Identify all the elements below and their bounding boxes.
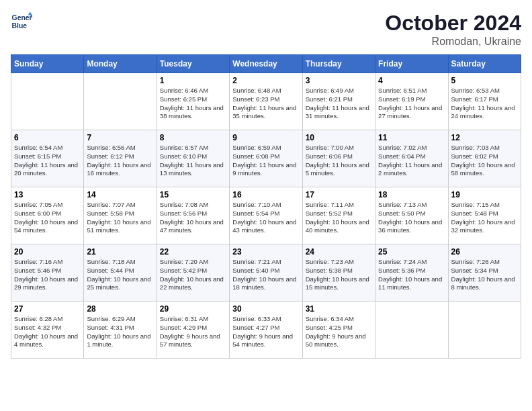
calendar-cell: 6Sunrise: 6:54 AMSunset: 6:15 PMDaylight…: [11, 130, 84, 187]
day-number: 10: [306, 133, 372, 142]
calendar-cell: 1Sunrise: 6:46 AMSunset: 6:25 PMDaylight…: [157, 73, 229, 130]
day-sun-info: Sunrise: 7:26 AMSunset: 5:34 PMDaylight:…: [451, 258, 518, 292]
day-number: 27: [14, 304, 81, 314]
day-number: 5: [451, 76, 518, 85]
logo: General Blue: [11, 11, 32, 32]
calendar-cell: 11Sunrise: 7:02 AMSunset: 6:04 PMDayligh…: [375, 130, 448, 187]
page-header: General Blue October 2024 Romodan, Ukrai…: [11, 11, 521, 48]
calendar-cell: 19Sunrise: 7:15 AMSunset: 5:48 PMDayligh…: [448, 187, 521, 244]
day-sun-info: Sunrise: 6:59 AMSunset: 6:08 PMDaylight:…: [232, 144, 299, 178]
day-sun-info: Sunrise: 6:33 AMSunset: 4:27 PMDaylight:…: [232, 315, 299, 349]
month-title: October 2024 Romodan, Ukraine: [385, 11, 521, 48]
calendar-cell: 3Sunrise: 6:49 AMSunset: 6:21 PMDaylight…: [302, 73, 375, 130]
day-number: 1: [160, 76, 226, 85]
svg-text:Blue: Blue: [12, 22, 28, 30]
calendar-cell: 23Sunrise: 7:21 AMSunset: 5:40 PMDayligh…: [230, 244, 302, 302]
day-of-week-header: Monday: [84, 55, 157, 73]
day-of-week-header: Sunday: [11, 55, 84, 73]
day-sun-info: Sunrise: 6:46 AMSunset: 6:25 PMDaylight:…: [160, 87, 226, 121]
day-sun-info: Sunrise: 7:08 AMSunset: 5:56 PMDaylight:…: [160, 201, 226, 235]
day-number: 11: [378, 133, 445, 142]
day-sun-info: Sunrise: 7:10 AMSunset: 5:54 PMDaylight:…: [232, 201, 299, 235]
day-of-week-header: Wednesday: [230, 55, 302, 73]
day-sun-info: Sunrise: 7:00 AMSunset: 6:06 PMDaylight:…: [306, 144, 372, 178]
day-sun-info: Sunrise: 7:07 AMSunset: 5:58 PMDaylight:…: [87, 201, 153, 235]
calendar-cell: 24Sunrise: 7:23 AMSunset: 5:38 PMDayligh…: [302, 244, 375, 302]
day-sun-info: Sunrise: 7:23 AMSunset: 5:38 PMDaylight:…: [306, 258, 372, 292]
day-sun-info: Sunrise: 7:20 AMSunset: 5:42 PMDaylight:…: [160, 258, 226, 292]
calendar-cell: 8Sunrise: 6:57 AMSunset: 6:10 PMDaylight…: [157, 130, 229, 187]
calendar-cell: 10Sunrise: 7:00 AMSunset: 6:06 PMDayligh…: [302, 130, 375, 187]
day-number: 8: [160, 133, 226, 142]
calendar-week-row: 13Sunrise: 7:05 AMSunset: 6:00 PMDayligh…: [11, 187, 521, 244]
calendar-table: SundayMondayTuesdayWednesdayThursdayFrid…: [11, 54, 521, 359]
location: Romodan, Ukraine: [385, 36, 521, 48]
day-number: 13: [14, 190, 81, 199]
calendar-cell: 21Sunrise: 7:18 AMSunset: 5:44 PMDayligh…: [84, 244, 157, 302]
day-number: 28: [87, 304, 153, 314]
calendar-cell: 22Sunrise: 7:20 AMSunset: 5:42 PMDayligh…: [157, 244, 229, 302]
calendar-cell: 7Sunrise: 6:56 AMSunset: 6:12 PMDaylight…: [84, 130, 157, 187]
calendar-cell: [11, 73, 84, 130]
calendar-cell: 16Sunrise: 7:10 AMSunset: 5:54 PMDayligh…: [230, 187, 302, 244]
day-number: 30: [232, 304, 299, 314]
calendar-cell: 29Sunrise: 6:31 AMSunset: 4:29 PMDayligh…: [157, 302, 229, 359]
calendar-cell: 12Sunrise: 7:03 AMSunset: 6:02 PMDayligh…: [448, 130, 521, 187]
calendar-cell: 20Sunrise: 7:16 AMSunset: 5:46 PMDayligh…: [11, 244, 84, 302]
calendar-cell: 2Sunrise: 6:48 AMSunset: 6:23 PMDaylight…: [230, 73, 302, 130]
calendar-cell: 9Sunrise: 6:59 AMSunset: 6:08 PMDaylight…: [230, 130, 302, 187]
day-number: 9: [232, 133, 299, 142]
day-sun-info: Sunrise: 7:24 AMSunset: 5:36 PMDaylight:…: [378, 258, 445, 292]
day-sun-info: Sunrise: 6:51 AMSunset: 6:19 PMDaylight:…: [378, 87, 445, 121]
day-number: 22: [160, 247, 226, 257]
day-of-week-header: Thursday: [302, 55, 375, 73]
day-number: 12: [451, 133, 518, 142]
calendar-header: SundayMondayTuesdayWednesdayThursdayFrid…: [11, 55, 521, 73]
calendar-cell: 14Sunrise: 7:07 AMSunset: 5:58 PMDayligh…: [84, 187, 157, 244]
day-sun-info: Sunrise: 7:02 AMSunset: 6:04 PMDaylight:…: [378, 144, 445, 178]
svg-marker-2: [28, 12, 32, 15]
day-number: 25: [378, 247, 445, 257]
calendar-cell: 27Sunrise: 6:28 AMSunset: 4:32 PMDayligh…: [11, 302, 84, 359]
day-sun-info: Sunrise: 7:11 AMSunset: 5:52 PMDaylight:…: [306, 201, 372, 235]
day-number: 3: [306, 76, 372, 85]
day-number: 29: [160, 304, 226, 314]
svg-text:General: General: [12, 14, 32, 21]
calendar-week-row: 27Sunrise: 6:28 AMSunset: 4:32 PMDayligh…: [11, 302, 521, 359]
calendar-cell: 4Sunrise: 6:51 AMSunset: 6:19 PMDaylight…: [375, 73, 448, 130]
day-sun-info: Sunrise: 6:28 AMSunset: 4:32 PMDaylight:…: [14, 315, 81, 349]
day-sun-info: Sunrise: 7:13 AMSunset: 5:50 PMDaylight:…: [378, 201, 445, 235]
day-sun-info: Sunrise: 6:31 AMSunset: 4:29 PMDaylight:…: [160, 315, 226, 349]
day-sun-info: Sunrise: 6:57 AMSunset: 6:10 PMDaylight:…: [160, 144, 226, 178]
calendar-cell: 30Sunrise: 6:33 AMSunset: 4:27 PMDayligh…: [230, 302, 302, 359]
day-number: 16: [232, 190, 299, 199]
day-number: 4: [378, 76, 445, 85]
calendar-week-row: 1Sunrise: 6:46 AMSunset: 6:25 PMDaylight…: [11, 73, 521, 130]
day-sun-info: Sunrise: 7:15 AMSunset: 5:48 PMDaylight:…: [451, 201, 518, 235]
day-sun-info: Sunrise: 6:48 AMSunset: 6:23 PMDaylight:…: [232, 87, 299, 121]
calendar-cell: 26Sunrise: 7:26 AMSunset: 5:34 PMDayligh…: [448, 244, 521, 302]
day-number: 7: [87, 133, 153, 142]
calendar-cell: 25Sunrise: 7:24 AMSunset: 5:36 PMDayligh…: [375, 244, 448, 302]
day-number: 2: [232, 76, 299, 85]
day-of-week-header: Tuesday: [157, 55, 229, 73]
calendar-cell: 15Sunrise: 7:08 AMSunset: 5:56 PMDayligh…: [157, 187, 229, 244]
day-sun-info: Sunrise: 6:49 AMSunset: 6:21 PMDaylight:…: [306, 87, 372, 121]
day-sun-info: Sunrise: 6:53 AMSunset: 6:17 PMDaylight:…: [451, 87, 518, 121]
day-sun-info: Sunrise: 6:29 AMSunset: 4:31 PMDaylight:…: [87, 315, 153, 349]
day-sun-info: Sunrise: 6:34 AMSunset: 4:25 PMDaylight:…: [306, 315, 372, 349]
calendar-cell: 28Sunrise: 6:29 AMSunset: 4:31 PMDayligh…: [84, 302, 157, 359]
day-number: 23: [232, 247, 299, 257]
day-of-week-header: Saturday: [448, 55, 521, 73]
day-number: 6: [14, 133, 81, 142]
day-sun-info: Sunrise: 7:21 AMSunset: 5:40 PMDaylight:…: [232, 258, 299, 292]
day-number: 31: [306, 304, 372, 314]
day-sun-info: Sunrise: 7:16 AMSunset: 5:46 PMDaylight:…: [14, 258, 81, 292]
calendar-cell: 18Sunrise: 7:13 AMSunset: 5:50 PMDayligh…: [375, 187, 448, 244]
day-sun-info: Sunrise: 6:56 AMSunset: 6:12 PMDaylight:…: [87, 144, 153, 178]
day-number: 14: [87, 190, 153, 199]
day-number: 24: [306, 247, 372, 257]
day-sun-info: Sunrise: 7:05 AMSunset: 6:00 PMDaylight:…: [14, 201, 81, 235]
calendar-cell: 17Sunrise: 7:11 AMSunset: 5:52 PMDayligh…: [302, 187, 375, 244]
month-year: October 2024: [385, 11, 521, 36]
